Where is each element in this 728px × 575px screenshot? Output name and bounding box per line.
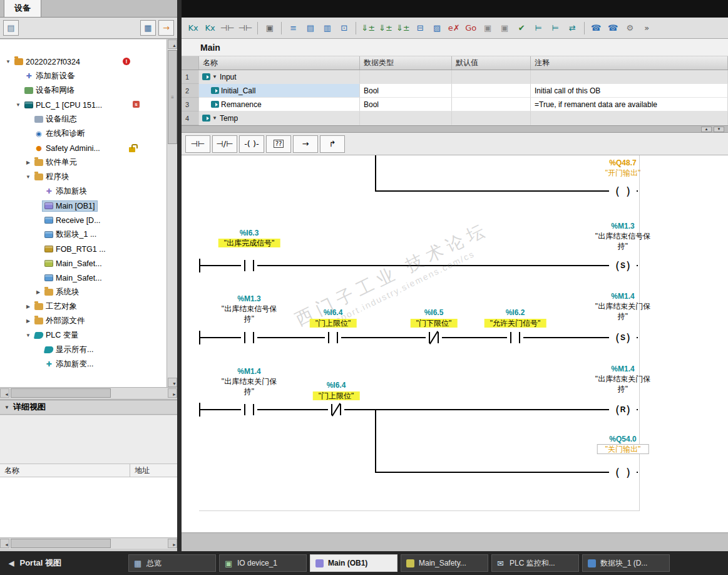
snapshot-apply-icon[interactable]: ▣ (497, 20, 513, 36)
cell-comment[interactable]: Initial call of this OB (531, 84, 728, 98)
operand-address[interactable]: %I6.5 (424, 308, 444, 318)
collapse-arrow-icon[interactable]: ▼ (4, 405, 9, 410)
tree-vertical-scrollbar[interactable]: ▲ ≡ ▼ (167, 39, 177, 387)
delete-network-icon[interactable]: Kx (202, 20, 218, 36)
block-properties-icon[interactable]: ▨ (429, 20, 445, 36)
ladder-contact-no[interactable] (325, 332, 341, 343)
collapse-arrow-icon[interactable]: ▼ (4, 59, 13, 65)
header-default[interactable]: 默认值 (452, 56, 531, 70)
cell-default[interactable] (452, 111, 531, 125)
insert-no-contact-icon[interactable]: ⊣⊢ (185, 135, 210, 153)
ladder-contact-no[interactable] (241, 332, 257, 343)
tree-item-17[interactable]: ▶工艺对象 (0, 299, 167, 314)
snapshot-icon[interactable]: ▣ (480, 20, 496, 36)
detail-toggle-icon[interactable]: ▦ (140, 20, 156, 36)
tree-item-0[interactable]: ▼20220227f0324! (0, 54, 167, 69)
header-comment[interactable]: 注释 (531, 56, 728, 70)
detail-horizontal-scrollbar[interactable]: ◄ ► (0, 537, 177, 549)
portal-view-button[interactable]: ◀ Portal 视图 (0, 557, 128, 569)
scroll-up-icon[interactable]: ▲ (701, 127, 712, 132)
absolute-operands-icon[interactable]: ▥ (319, 20, 335, 36)
operand-address[interactable]: %M1.4 (237, 367, 260, 376)
taskbar-button-1[interactable]: ▣IO device_1 (219, 554, 307, 572)
taskbar-button-3[interactable]: Main_Safety... (401, 554, 488, 572)
operand-address[interactable]: %Q48.7 (609, 158, 636, 168)
collapse-arrow-icon[interactable]: ▼ (14, 102, 23, 108)
tree-item-6[interactable]: ●Safety Admini... (0, 141, 167, 155)
table-row-3[interactable]: 4▼Temp (182, 111, 728, 125)
cell-name[interactable]: ▼Temp (199, 111, 360, 125)
ladder-coil[interactable]: () (609, 184, 637, 198)
taskbar-button-0[interactable]: ▦总览 (128, 554, 216, 572)
assignment-list-icon[interactable]: ☎ (605, 20, 621, 36)
call-structure-icon[interactable]: ☎ (588, 20, 604, 36)
collapse-arrow-icon[interactable]: ▼ (212, 115, 217, 121)
table-ladder-splitter[interactable]: ▲ ▼ (182, 125, 728, 133)
tab-devices[interactable]: 设备 (4, 0, 41, 17)
close-branch-icon[interactable]: ↱ (320, 135, 345, 153)
scroll-down-icon[interactable]: ▼ (168, 378, 177, 387)
cell-default[interactable] (452, 84, 531, 98)
tree-item-3[interactable]: ▼PLC_1 [CPU 151...s (0, 98, 167, 112)
operand-name[interactable]: "出库完成信号" (218, 239, 280, 248)
consistency-check-icon[interactable]: ✔ (514, 20, 530, 36)
operand-address[interactable]: %Q54.0 (609, 435, 636, 444)
operand-name[interactable]: "关门输出" (597, 445, 649, 454)
detail-view-header[interactable]: ▼ 详细视图 (0, 400, 177, 415)
operand-address[interactable]: %I6.4 (324, 308, 343, 318)
ladder-contact-no[interactable] (507, 332, 523, 343)
monitor-all-icon[interactable]: ⊨ (548, 20, 563, 36)
ladder-view-icon[interactable]: ⊣⊢ (219, 20, 236, 36)
ladder-contact-nc[interactable] (328, 404, 344, 415)
cell-comment[interactable] (531, 111, 728, 125)
card-view-icon[interactable]: ▤ (3, 20, 19, 36)
operand-address[interactable]: %I6.2 (506, 308, 525, 318)
scroll-right-icon[interactable]: ► (168, 539, 177, 548)
cell-datatype[interactable]: Bool (360, 98, 452, 111)
cell-name[interactable]: Remanence (199, 98, 360, 111)
operand-name[interactable]: "开门输出" (605, 168, 641, 178)
tree-item-2[interactable]: 设备和网络 (0, 83, 167, 98)
collapse-arrow-icon[interactable]: ▼ (24, 174, 33, 180)
cell-datatype[interactable] (360, 111, 452, 125)
sync-online-icon[interactable]: ⇄ (565, 20, 580, 36)
operand-name[interactable]: 持" (244, 314, 254, 324)
tree-item-1[interactable]: ✚添加新设备 (0, 69, 167, 83)
header-name[interactable]: 名称 (199, 56, 360, 70)
table-row-2[interactable]: 3RemanenceBool=True, if remanent data ar… (182, 98, 728, 111)
ladder-coil-set[interactable]: (S) (609, 331, 637, 344)
operand-name[interactable]: "允许关门信号" (484, 319, 546, 328)
ladder-coil-reset[interactable]: (R) (609, 403, 637, 417)
scrollbar-thumb[interactable] (11, 388, 111, 398)
ladder-workspace[interactable]: 西门子工业 技术论坛 support.industry.siemens.com/… (182, 155, 728, 532)
insert-empty-box-icon[interactable]: ?? (266, 135, 291, 153)
scroll-right-icon[interactable]: ► (168, 388, 177, 398)
cell-datatype[interactable]: Bool (360, 84, 452, 98)
taskbar-button-5[interactable]: 数据块_1 (D... (582, 554, 670, 572)
operand-address[interactable]: %M1.3 (237, 294, 260, 304)
toolbar-overflow-icon[interactable]: » (639, 20, 655, 36)
tree-item-19[interactable]: ▼PLC 变量 (0, 328, 167, 343)
collapse-arrow-icon[interactable]: ▼ (24, 333, 33, 338)
tree-item-13[interactable]: FOB_RTG1 ... (0, 242, 167, 256)
panel-splitter[interactable] (177, 0, 182, 551)
download-hardware-icon[interactable]: ⇓± (377, 20, 394, 36)
tree-item-4[interactable]: 设备组态 (0, 112, 167, 127)
tree-horizontal-scrollbar[interactable]: ◄ ► (0, 387, 177, 398)
expand-networks-icon[interactable]: ≡ (285, 20, 301, 36)
ladder-contact-no[interactable] (241, 404, 257, 415)
operand-name[interactable]: "出库结束关门保 (595, 375, 650, 384)
fbd-view-icon[interactable]: ⊣⊢ (237, 20, 254, 36)
tree-item-20[interactable]: 显示所有... (0, 343, 167, 357)
go-online-icon[interactable]: Go (463, 20, 479, 36)
detail-column-name[interactable]: 名称 (0, 464, 130, 477)
tree-item-21[interactable]: ✚添加新变... (0, 357, 167, 371)
download-all-icon[interactable]: ⇓± (395, 20, 411, 36)
tree-item-18[interactable]: ▶外部源文件 (0, 314, 167, 328)
insert-nc-contact-icon[interactable]: ⊣/⊢ (212, 135, 237, 153)
cell-default[interactable] (452, 98, 531, 111)
table-row-1[interactable]: 2Initial_CallBoolInitial call of this OB (182, 84, 728, 98)
cell-datatype[interactable] (360, 70, 452, 84)
tree-item-11[interactable]: Receive [D... (0, 213, 167, 227)
expand-arrow-icon[interactable]: ▶ (24, 304, 33, 309)
